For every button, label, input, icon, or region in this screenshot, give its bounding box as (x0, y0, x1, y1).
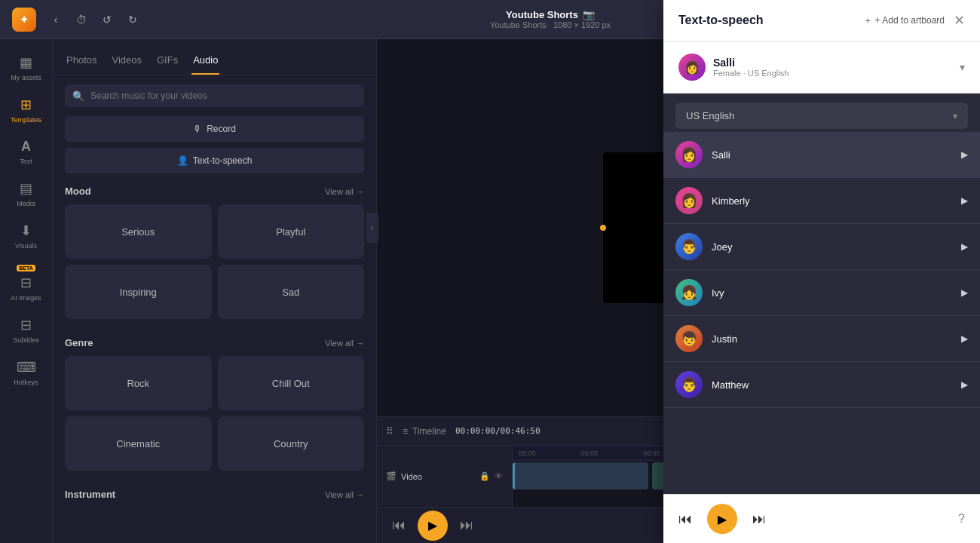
visuals-icon: ⬇ (20, 222, 32, 239)
sidebar-item-media[interactable]: ▤ Media (6, 174, 47, 213)
templates-icon: ⊞ (20, 97, 32, 113)
genre-view-all[interactable]: View all → (325, 339, 364, 348)
rewind-button[interactable]: ⏮ (392, 517, 406, 533)
instrument-view-all[interactable]: View all → (325, 490, 364, 499)
mood-card-sad[interactable]: Sad (218, 265, 365, 319)
genre-grid: Rock Chill Out Cinematic Country (65, 356, 364, 471)
content-scroll[interactable]: 🔍 🎙 Record 👤 Text-to-speech Mood (53, 75, 376, 543)
track-label-row: 🎬 Video 🔒 👁 (377, 446, 513, 507)
selected-voice-info: Salli Female · US English (713, 57, 789, 78)
sidebar-item-templates[interactable]: ⊞ Templates (6, 90, 47, 130)
joey-avatar: 👨 (675, 233, 703, 260)
search-input[interactable] (65, 84, 364, 107)
tts-voice-dropdown: US English ▾ 👩 Salli ▶ 👩 Kimberly ▶ 👨 Jo… (663, 94, 980, 494)
voice-item-ivy[interactable]: 👧 Ivy ▶ (663, 270, 980, 316)
assets-icon: ▦ (20, 54, 32, 71)
eye-icon[interactable]: 👁 (495, 471, 503, 481)
media-icon: ▤ (20, 180, 32, 197)
tts-fast-forward-button[interactable]: ⏭ (752, 511, 766, 527)
tts-header: Text-to-speech ＋ + Add to artboard ✕ (663, 0, 980, 41)
justin-play-icon[interactable]: ▶ (961, 333, 968, 344)
project-meta: Youtube Shorts · 1080 × 1920 px (490, 20, 611, 29)
joey-play-icon[interactable]: ▶ (961, 241, 968, 252)
collapse-panel-button[interactable]: ‹ (366, 213, 378, 243)
tick-0: 00:00 (519, 449, 536, 457)
action-buttons: 🎙 Record 👤 Text-to-speech (53, 116, 376, 173)
tab-videos[interactable]: Videos (110, 48, 143, 75)
search-icon: 🔍 (72, 90, 84, 102)
language-selector[interactable]: US English ▾ (675, 103, 968, 129)
sidebar-item-hotkeys[interactable]: ⌨ Hotkeys (6, 353, 47, 392)
tts-play-button[interactable]: ▶ (707, 504, 737, 534)
ivy-play-icon[interactable]: ▶ (961, 287, 968, 298)
record-icon: 🎙 (193, 124, 202, 134)
fast-forward-button[interactable]: ⏭ (460, 517, 473, 533)
joey-name: Joey (712, 241, 952, 253)
history-button[interactable]: ⏱ (71, 9, 92, 30)
mood-header: Mood View all → (65, 186, 364, 197)
language-chevron-icon: ▾ (953, 111, 957, 121)
voice-item-matthew[interactable]: 👨 Matthew ▶ (663, 362, 980, 408)
salli-play-icon[interactable]: ▶ (961, 149, 968, 160)
voice-item-salli[interactable]: 👩 Salli ▶ (663, 132, 980, 178)
genre-card-rock[interactable]: Rock (65, 356, 212, 410)
project-icon: 📷 (583, 9, 595, 20)
track-icons: 🔒 👁 (479, 471, 503, 481)
content-tabs: Photos Videos GIFs Audio (53, 39, 376, 75)
genre-card-cinematic[interactable]: Cinematic (65, 416, 212, 471)
tts-close-button[interactable]: ✕ (954, 12, 965, 29)
content-panel: Photos Videos GIFs Audio 🔍 🎙 Record 👤 Te… (53, 39, 377, 543)
topbar-nav: ‹ ⏱ ↺ ↻ (45, 9, 143, 30)
tts-help-button[interactable]: ? (958, 512, 965, 526)
mood-card-playful[interactable]: Playful (218, 204, 365, 259)
video-clip-1[interactable] (513, 462, 648, 489)
genre-title: Genre (65, 337, 93, 348)
sidebar-item-ai-images[interactable]: BETA ⊟ AI Images (6, 259, 47, 308)
kimberly-avatar: 👩 (675, 187, 703, 214)
tts-bottom-controls: ⏮ ▶ ⏭ ? (663, 494, 980, 543)
sidebar-item-visuals[interactable]: ⬇ Visuals (6, 216, 47, 256)
tts-rewind-button[interactable]: ⏮ (678, 511, 692, 527)
selected-voice-name: Salli (713, 57, 789, 69)
redo-button[interactable]: ↻ (122, 9, 143, 30)
record-button[interactable]: 🎙 Record (65, 116, 364, 142)
tab-audio[interactable]: Audio (191, 48, 219, 75)
search-bar: 🔍 (53, 75, 376, 116)
voice-selector-button[interactable]: 👩 Salli Female · US English ▾ (678, 54, 965, 81)
mood-card-inspiring[interactable]: Inspiring (65, 265, 212, 319)
genre-card-country[interactable]: Country (218, 416, 365, 471)
timeline-label: ≡ Timeline (403, 426, 446, 437)
salli-avatar: 👩 (675, 141, 703, 168)
voice-item-kimberly[interactable]: 👩 Kimberly ▶ (663, 178, 980, 224)
add-to-artboard-button[interactable]: ＋ + Add to artboard (863, 14, 945, 27)
voice-item-joey[interactable]: 👨 Joey ▶ (663, 224, 980, 270)
ai-images-icon: ⊟ (20, 275, 32, 291)
track-label-video: 🎬 Video (386, 471, 422, 481)
video-icon: 🎬 (386, 471, 397, 481)
instrument-title: Instrument (65, 489, 115, 500)
play-button[interactable]: ▶ (418, 511, 448, 541)
genre-card-chillout[interactable]: Chill Out (218, 356, 365, 410)
matthew-play-icon[interactable]: ▶ (961, 379, 968, 390)
mood-card-serious[interactable]: Serious (65, 204, 212, 259)
chevron-down-icon: ▾ (960, 61, 965, 73)
back-button[interactable]: ‹ (45, 9, 66, 30)
undo-button[interactable]: ↺ (96, 9, 118, 30)
tab-photos[interactable]: Photos (65, 48, 98, 75)
tts-button[interactable]: 👤 Text-to-speech (65, 148, 364, 173)
text-icon: A (21, 139, 31, 155)
mood-view-all[interactable]: View all → (325, 187, 364, 196)
sidebar-item-assets[interactable]: ▦ My assets (6, 48, 47, 87)
handle-left[interactable] (600, 225, 606, 231)
tts-icon: 👤 (177, 155, 188, 166)
tab-gifs[interactable]: GIFs (155, 48, 179, 75)
sidebar-item-subtitles[interactable]: ⊟ Subtitles (6, 311, 47, 350)
mood-title: Mood (65, 186, 91, 197)
kimberly-play-icon[interactable]: ▶ (961, 195, 968, 206)
voice-item-justin[interactable]: 👦 Justin ▶ (663, 316, 980, 362)
lock-icon[interactable]: 🔒 (479, 471, 490, 481)
sidebar-item-text[interactable]: A Text (6, 133, 47, 171)
tts-title: Text-to-speech (678, 14, 854, 27)
instrument-section: Instrument View all → (53, 477, 376, 514)
left-sidebar: ▦ My assets ⊞ Templates A Text ▤ Media ⬇… (0, 39, 53, 543)
